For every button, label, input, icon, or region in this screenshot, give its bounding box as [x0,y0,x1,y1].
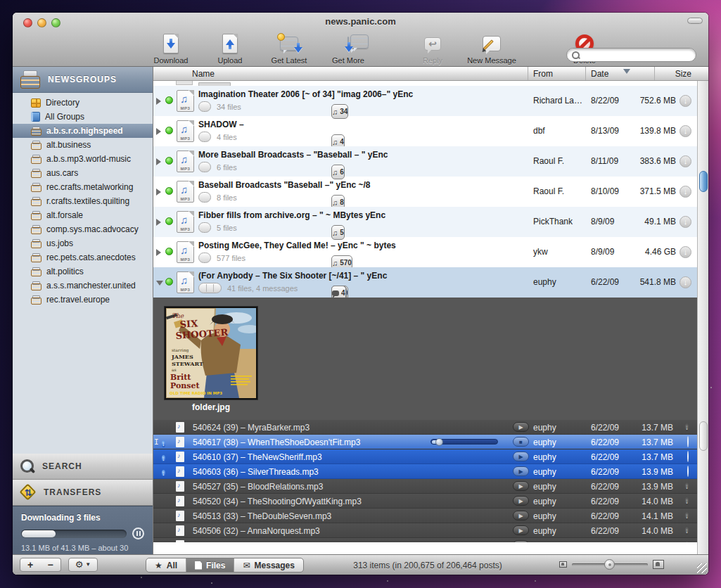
file-row[interactable]: ↓540610 (37) – TheNewSheriff.mp3▶euphy6/… [153,449,697,464]
thread-row[interactable]: ♫MP3Fibber fills from archive.org – " ~ … [153,207,697,237]
filter-tab-messages[interactable]: ✉Messages [234,558,302,572]
thread-scrollbar-thumb[interactable] [699,171,708,192]
toolbar-pill-button[interactable] [687,18,703,24]
file-row[interactable]: 540506 (32) – AnnaNorquest.mp3▶euphy6/22… [153,523,697,538]
disclosure-closed-icon[interactable] [156,128,161,135]
action-gear-button[interactable]: ⚙▼ [68,558,98,572]
thread-row[interactable]: ♫MP3Imagination Theater 2006 [~ of 34] "… [153,86,697,116]
sidebar-item-alt-business[interactable]: alt.business [13,138,153,152]
toolbar-button-get-more[interactable]: Get More [325,32,371,65]
play-button[interactable]: ▶ [513,540,529,542]
download-circle-button[interactable]: ↓ [679,276,691,288]
column-header-from[interactable]: From [533,69,553,79]
add-button[interactable]: + [20,558,41,572]
disclosure-closed-icon[interactable] [156,158,161,165]
filter-tab-all[interactable]: ★All [146,558,186,572]
download-circle-button[interactable]: ↓ [679,155,691,167]
download-circle-button[interactable]: ↓ [679,95,691,107]
queued-download-icon[interactable]: ↓ [685,497,689,505]
file-row[interactable]: ↓540603 (36) – SilverThreads.mp3▶euphy6/… [153,464,697,479]
file-row[interactable]: ↓I540617 (38) – WhenTheShoeDoesn'tFit.mp… [153,435,697,449]
toolbar-button-reply[interactable]: ↩Reply [409,32,456,65]
album-art-thumbnail[interactable]: The SIX SHOOTER starring JAMES STEWART a… [165,307,257,400]
search-input[interactable] [566,48,696,62]
sidebar-item-all-groups[interactable]: All Groups [13,110,153,124]
thread-row[interactable]: ♫MP3More Baseball Broadcasts – "Baseball… [153,146,697,177]
download-circle-button[interactable]: ↓ [679,246,691,258]
resize-grip[interactable] [697,563,707,573]
slider-knob[interactable] [604,559,615,570]
newsgroup-folder-icon [31,141,42,150]
queued-download-icon[interactable]: ↓ [685,482,689,490]
play-button[interactable]: ▶ [513,525,529,535]
sidebar-section-newsgroups[interactable]: NEWSGROUPS [13,67,153,93]
file-row[interactable]: 540527 (35) – BloodRelations.mp3▶euphy6/… [153,479,697,494]
queued-download-icon[interactable]: ↓ [685,512,689,520]
sidebar-item-aus-cars[interactable]: aus.cars [13,166,153,180]
sidebar-item-rec-crafts-metalworking[interactable]: rec.crafts.metalworking [13,180,153,194]
slider-knob[interactable] [435,438,443,446]
file-row[interactable]: 540513 (33) – TheDoubleSeven.mp3▶euphy6/… [153,509,697,523]
sidebar-item-a-b-s-mp3-world-music[interactable]: a.b.s.mp3.world-music [13,152,153,166]
queued-download-icon[interactable]: ↓ [685,542,689,542]
queued-download-icon[interactable]: ↓ [685,527,689,535]
sidebar-item-rec-pets-cats-anecdotes[interactable]: rec.pets.cats.anecdotes [13,250,153,264]
filter-tab-label: Messages [255,561,295,570]
titlebar[interactable]: news.panic.com [13,13,708,30]
play-button[interactable]: ▶ [513,452,529,461]
thread-row[interactable]: ♫MP3(For Anybody – The Six Shooter [~/41… [153,267,697,298]
sidebar-item-alt-forsale[interactable]: alt.forsale [13,208,153,222]
toolbar-button-download[interactable]: Download [148,32,194,65]
playback-progress-slider[interactable] [430,439,498,445]
thread-row[interactable]: ♫MP3Baseball Broadcasts "Baseball –" yEn… [153,177,697,207]
disclosure-closed-icon[interactable] [156,219,161,226]
pause-transfers-button[interactable] [132,528,144,539]
queued-download-icon[interactable]: ↓ [685,423,689,431]
file-row[interactable]: 540429 (31) – RevengeAtHarnessCreek.mp3▶… [153,538,697,542]
thumbnail-size-slider[interactable] [559,560,664,569]
column-header-date[interactable]: Date [591,69,608,79]
thread-scrollbar[interactable] [697,81,708,420]
sidebar-section-transfers[interactable]: ⇅ TRANSFERS [13,480,153,506]
stop-button[interactable]: ■ [513,437,529,447]
toolbar-button-label: Upload [218,56,243,65]
download-circle-button[interactable]: ↓ [679,125,691,137]
column-header-size[interactable]: Size [675,69,691,79]
thread-from: dbf [533,126,545,136]
disclosure-open-icon[interactable] [156,281,163,286]
file-scrollbar[interactable]: ▲ ▼ [697,420,708,554]
download-circle-button[interactable]: ↓ [679,186,691,198]
toolbar-button-get-latest[interactable]: Get Latest [266,32,312,65]
disclosure-closed-icon[interactable] [156,188,161,196]
file-row[interactable]: 540624 (39) – MyraBarker.mp3▶euphy6/22/0… [153,420,697,435]
play-button[interactable]: ▶ [513,481,529,491]
disclosure-closed-icon[interactable] [156,98,161,105]
file-row[interactable]: 540520 (34) – TheShootingOfWyattKing.mp3… [153,494,697,509]
file-from: euphy [533,511,556,521]
disclosure-closed-icon[interactable] [156,249,161,256]
thread-row[interactable]: ♫MP3SHADOW –♫44 filesdbf8/13/09139.8 MB↓ [153,116,697,146]
column-header-name[interactable]: Name [192,69,215,79]
slider-track[interactable] [572,563,648,566]
sidebar-item-comp-sys-mac-advocacy[interactable]: comp.sys.mac.advocacy [13,222,153,236]
play-button[interactable]: ▶ [513,466,529,476]
sidebar-item-alt-politics[interactable]: alt.politics [13,264,153,279]
file-scrollbar-thumb[interactable] [699,421,708,451]
sidebar-item-directory[interactable]: Directory [13,96,153,110]
sidebar-item-r-crafts-textiles-quilting[interactable]: r.crafts.textiles.quilting [13,194,153,208]
download-circle-button[interactable]: ↓ [679,216,691,228]
sidebar-item-rec-travel-europe[interactable]: rec.travel.europe [13,293,153,307]
sidebar-item-a-b-s-r-o-highspeed[interactable]: a.b.s.r.o.highspeed [13,124,153,138]
sidebar-item-us-jobs[interactable]: us.jobs [13,236,153,250]
thread-row[interactable]: ♫MP3Posting McGee, They Called Me! – yEn… [153,237,697,267]
toolbar-button-upload[interactable]: Upload [207,32,253,65]
sidebar-section-search[interactable]: SEARCH [13,454,153,480]
play-button[interactable]: ▶ [513,422,529,432]
sidebar-item-a-s-s-manchester-united[interactable]: a.s.s.manchester.united [13,279,153,293]
remove-button[interactable]: − [40,558,61,572]
filter-tab-files[interactable]: Files [186,558,234,572]
text-cursor: I [154,437,159,447]
play-button[interactable]: ▶ [513,511,529,520]
play-button[interactable]: ▶ [513,496,529,506]
toolbar-button-new-message[interactable]: New Message [468,32,515,65]
